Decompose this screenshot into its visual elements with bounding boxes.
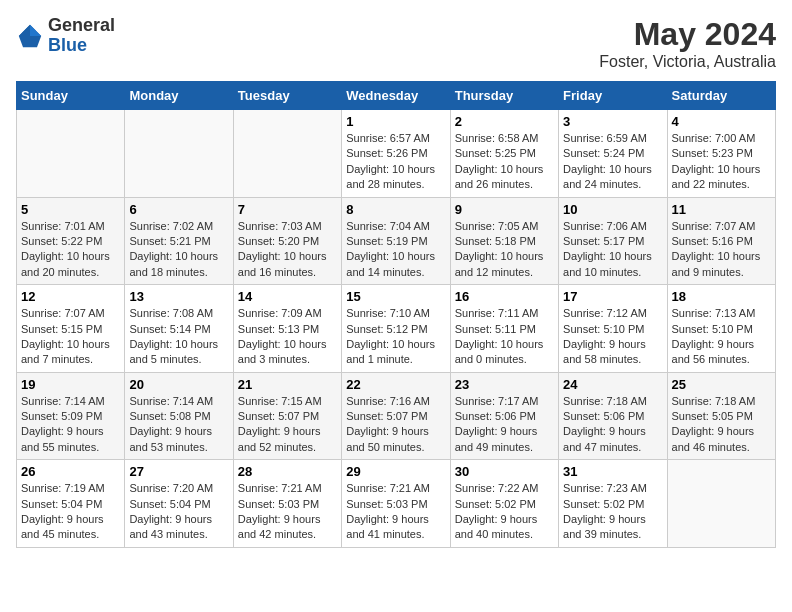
logo-general-text: General xyxy=(48,16,115,36)
calendar-cell: 19Sunrise: 7:14 AM Sunset: 5:09 PM Dayli… xyxy=(17,372,125,460)
calendar-week-2: 5Sunrise: 7:01 AM Sunset: 5:22 PM Daylig… xyxy=(17,197,776,285)
calendar-cell xyxy=(233,110,341,198)
day-info: Sunrise: 7:20 AM Sunset: 5:04 PM Dayligh… xyxy=(129,481,228,543)
calendar-week-5: 26Sunrise: 7:19 AM Sunset: 5:04 PM Dayli… xyxy=(17,460,776,548)
calendar-cell: 27Sunrise: 7:20 AM Sunset: 5:04 PM Dayli… xyxy=(125,460,233,548)
day-info: Sunrise: 7:04 AM Sunset: 5:19 PM Dayligh… xyxy=(346,219,445,281)
day-number: 7 xyxy=(238,202,337,217)
day-number: 28 xyxy=(238,464,337,479)
day-info: Sunrise: 7:15 AM Sunset: 5:07 PM Dayligh… xyxy=(238,394,337,456)
calendar-cell: 14Sunrise: 7:09 AM Sunset: 5:13 PM Dayli… xyxy=(233,285,341,373)
header-day-thursday: Thursday xyxy=(450,82,558,110)
day-number: 18 xyxy=(672,289,771,304)
calendar-cell: 31Sunrise: 7:23 AM Sunset: 5:02 PM Dayli… xyxy=(559,460,667,548)
day-number: 29 xyxy=(346,464,445,479)
svg-marker-1 xyxy=(30,25,41,36)
day-number: 14 xyxy=(238,289,337,304)
day-number: 16 xyxy=(455,289,554,304)
header-day-sunday: Sunday xyxy=(17,82,125,110)
calendar-cell: 6Sunrise: 7:02 AM Sunset: 5:21 PM Daylig… xyxy=(125,197,233,285)
calendar-cell: 15Sunrise: 7:10 AM Sunset: 5:12 PM Dayli… xyxy=(342,285,450,373)
day-number: 22 xyxy=(346,377,445,392)
day-info: Sunrise: 7:13 AM Sunset: 5:10 PM Dayligh… xyxy=(672,306,771,368)
day-info: Sunrise: 7:05 AM Sunset: 5:18 PM Dayligh… xyxy=(455,219,554,281)
day-number: 6 xyxy=(129,202,228,217)
header-day-friday: Friday xyxy=(559,82,667,110)
day-info: Sunrise: 7:00 AM Sunset: 5:23 PM Dayligh… xyxy=(672,131,771,193)
day-info: Sunrise: 7:11 AM Sunset: 5:11 PM Dayligh… xyxy=(455,306,554,368)
day-number: 12 xyxy=(21,289,120,304)
calendar-cell: 8Sunrise: 7:04 AM Sunset: 5:19 PM Daylig… xyxy=(342,197,450,285)
calendar-cell xyxy=(667,460,775,548)
header-day-monday: Monday xyxy=(125,82,233,110)
calendar-header-row: SundayMondayTuesdayWednesdayThursdayFrid… xyxy=(17,82,776,110)
day-number: 21 xyxy=(238,377,337,392)
day-number: 10 xyxy=(563,202,662,217)
calendar-cell: 17Sunrise: 7:12 AM Sunset: 5:10 PM Dayli… xyxy=(559,285,667,373)
day-info: Sunrise: 7:14 AM Sunset: 5:08 PM Dayligh… xyxy=(129,394,228,456)
calendar-cell: 10Sunrise: 7:06 AM Sunset: 5:17 PM Dayli… xyxy=(559,197,667,285)
day-number: 17 xyxy=(563,289,662,304)
day-info: Sunrise: 7:08 AM Sunset: 5:14 PM Dayligh… xyxy=(129,306,228,368)
calendar-cell xyxy=(125,110,233,198)
day-info: Sunrise: 7:21 AM Sunset: 5:03 PM Dayligh… xyxy=(238,481,337,543)
logo-icon xyxy=(16,22,44,50)
day-number: 4 xyxy=(672,114,771,129)
calendar-cell: 1Sunrise: 6:57 AM Sunset: 5:26 PM Daylig… xyxy=(342,110,450,198)
day-number: 24 xyxy=(563,377,662,392)
day-number: 20 xyxy=(129,377,228,392)
sub-title: Foster, Victoria, Australia xyxy=(599,53,776,71)
day-info: Sunrise: 7:22 AM Sunset: 5:02 PM Dayligh… xyxy=(455,481,554,543)
calendar-cell xyxy=(17,110,125,198)
calendar-cell: 24Sunrise: 7:18 AM Sunset: 5:06 PM Dayli… xyxy=(559,372,667,460)
calendar-cell: 11Sunrise: 7:07 AM Sunset: 5:16 PM Dayli… xyxy=(667,197,775,285)
day-number: 25 xyxy=(672,377,771,392)
day-info: Sunrise: 7:07 AM Sunset: 5:15 PM Dayligh… xyxy=(21,306,120,368)
day-number: 15 xyxy=(346,289,445,304)
calendar-cell: 23Sunrise: 7:17 AM Sunset: 5:06 PM Dayli… xyxy=(450,372,558,460)
day-number: 30 xyxy=(455,464,554,479)
calendar-cell: 12Sunrise: 7:07 AM Sunset: 5:15 PM Dayli… xyxy=(17,285,125,373)
calendar-cell: 16Sunrise: 7:11 AM Sunset: 5:11 PM Dayli… xyxy=(450,285,558,373)
day-info: Sunrise: 7:23 AM Sunset: 5:02 PM Dayligh… xyxy=(563,481,662,543)
calendar-cell: 9Sunrise: 7:05 AM Sunset: 5:18 PM Daylig… xyxy=(450,197,558,285)
header-day-tuesday: Tuesday xyxy=(233,82,341,110)
calendar-cell: 4Sunrise: 7:00 AM Sunset: 5:23 PM Daylig… xyxy=(667,110,775,198)
day-info: Sunrise: 7:12 AM Sunset: 5:10 PM Dayligh… xyxy=(563,306,662,368)
day-number: 23 xyxy=(455,377,554,392)
day-number: 13 xyxy=(129,289,228,304)
day-info: Sunrise: 7:18 AM Sunset: 5:05 PM Dayligh… xyxy=(672,394,771,456)
calendar-week-4: 19Sunrise: 7:14 AM Sunset: 5:09 PM Dayli… xyxy=(17,372,776,460)
day-number: 11 xyxy=(672,202,771,217)
logo: General Blue xyxy=(16,16,115,56)
day-number: 3 xyxy=(563,114,662,129)
header-day-wednesday: Wednesday xyxy=(342,82,450,110)
calendar-cell: 7Sunrise: 7:03 AM Sunset: 5:20 PM Daylig… xyxy=(233,197,341,285)
day-info: Sunrise: 7:06 AM Sunset: 5:17 PM Dayligh… xyxy=(563,219,662,281)
day-number: 2 xyxy=(455,114,554,129)
day-number: 5 xyxy=(21,202,120,217)
calendar-cell: 26Sunrise: 7:19 AM Sunset: 5:04 PM Dayli… xyxy=(17,460,125,548)
calendar-week-1: 1Sunrise: 6:57 AM Sunset: 5:26 PM Daylig… xyxy=(17,110,776,198)
day-info: Sunrise: 6:59 AM Sunset: 5:24 PM Dayligh… xyxy=(563,131,662,193)
calendar-cell: 5Sunrise: 7:01 AM Sunset: 5:22 PM Daylig… xyxy=(17,197,125,285)
day-number: 9 xyxy=(455,202,554,217)
day-info: Sunrise: 7:09 AM Sunset: 5:13 PM Dayligh… xyxy=(238,306,337,368)
calendar-cell: 28Sunrise: 7:21 AM Sunset: 5:03 PM Dayli… xyxy=(233,460,341,548)
header-day-saturday: Saturday xyxy=(667,82,775,110)
day-info: Sunrise: 6:57 AM Sunset: 5:26 PM Dayligh… xyxy=(346,131,445,193)
day-info: Sunrise: 7:14 AM Sunset: 5:09 PM Dayligh… xyxy=(21,394,120,456)
calendar-cell: 20Sunrise: 7:14 AM Sunset: 5:08 PM Dayli… xyxy=(125,372,233,460)
day-info: Sunrise: 7:03 AM Sunset: 5:20 PM Dayligh… xyxy=(238,219,337,281)
calendar-cell: 3Sunrise: 6:59 AM Sunset: 5:24 PM Daylig… xyxy=(559,110,667,198)
day-info: Sunrise: 7:02 AM Sunset: 5:21 PM Dayligh… xyxy=(129,219,228,281)
calendar-cell: 21Sunrise: 7:15 AM Sunset: 5:07 PM Dayli… xyxy=(233,372,341,460)
logo-text: General Blue xyxy=(48,16,115,56)
calendar-table: SundayMondayTuesdayWednesdayThursdayFrid… xyxy=(16,81,776,548)
day-info: Sunrise: 7:21 AM Sunset: 5:03 PM Dayligh… xyxy=(346,481,445,543)
calendar-cell: 25Sunrise: 7:18 AM Sunset: 5:05 PM Dayli… xyxy=(667,372,775,460)
calendar-week-3: 12Sunrise: 7:07 AM Sunset: 5:15 PM Dayli… xyxy=(17,285,776,373)
main-title: May 2024 xyxy=(599,16,776,53)
calendar-cell: 30Sunrise: 7:22 AM Sunset: 5:02 PM Dayli… xyxy=(450,460,558,548)
day-info: Sunrise: 7:17 AM Sunset: 5:06 PM Dayligh… xyxy=(455,394,554,456)
